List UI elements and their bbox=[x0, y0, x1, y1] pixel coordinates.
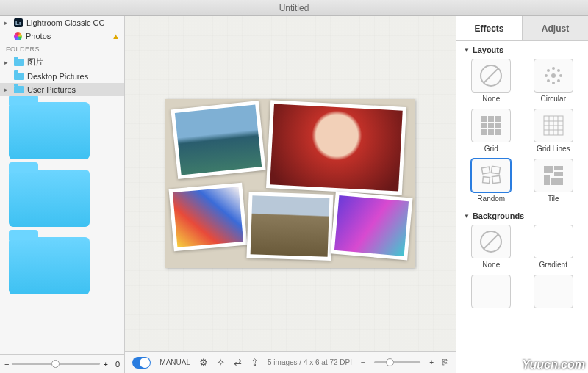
collage-photo[interactable] bbox=[246, 192, 333, 261]
layout-option-gridlines[interactable]: Grid Lines bbox=[526, 109, 581, 153]
sidebar-item-label: Photos bbox=[26, 32, 51, 40]
sidebar-item-lightroom[interactable]: ▸ Lr Lightroom Classic CC bbox=[0, 16, 124, 29]
svg-rect-12 bbox=[488, 116, 494, 122]
layout-option-random[interactable]: Random bbox=[464, 159, 519, 203]
sidebar-item-label: User Pictures bbox=[27, 85, 76, 94]
svg-point-9 bbox=[547, 79, 550, 82]
layout-label: None bbox=[482, 95, 500, 103]
canvas[interactable] bbox=[125, 16, 456, 351]
backgrounds-header-label: Backgrounds bbox=[473, 211, 524, 220]
tab-effects[interactable]: Effects bbox=[456, 16, 522, 41]
zoom-value: 0 bbox=[115, 360, 120, 369]
zoom-in-icon[interactable]: + bbox=[429, 358, 434, 366]
gear-icon[interactable]: ⚙︎ bbox=[199, 357, 208, 368]
zoom-out-icon[interactable]: − bbox=[4, 360, 9, 369]
warning-icon: ▲ bbox=[112, 32, 120, 40]
svg-rect-13 bbox=[495, 116, 501, 122]
svg-point-4 bbox=[552, 82, 555, 84]
collage-photo[interactable] bbox=[266, 100, 406, 195]
photos-icon bbox=[14, 32, 22, 40]
folder-large-icon[interactable] bbox=[9, 102, 90, 159]
chevron-right-icon[interactable]: ▸ bbox=[4, 59, 10, 66]
zoom-slider[interactable] bbox=[12, 363, 100, 365]
sidebar-toggle-icon[interactable]: ⎘ bbox=[442, 357, 448, 368]
mode-label: MANUAL bbox=[159, 358, 190, 366]
backgrounds-header[interactable]: ▼ Backgrounds bbox=[464, 211, 581, 220]
background-option-none[interactable]: None bbox=[464, 225, 519, 269]
svg-point-10 bbox=[557, 79, 560, 82]
window-title: Untitled bbox=[279, 3, 309, 13]
layouts-section: ▼ Layouts None Circular Grid bbox=[456, 41, 588, 207]
layout-label: Grid bbox=[484, 145, 498, 153]
chevron-down-icon: ▼ bbox=[464, 213, 470, 220]
sidebar-bottom-bar: − + 0 bbox=[0, 354, 124, 373]
layout-option-grid[interactable]: Grid bbox=[464, 109, 519, 153]
background-label: Gradient bbox=[539, 261, 567, 269]
zoom-slider[interactable] bbox=[374, 361, 420, 363]
svg-rect-29 bbox=[483, 177, 490, 184]
tab-adjust[interactable]: Adjust bbox=[522, 16, 588, 41]
sidebar-sources: ▸ Lr Lightroom Classic CC Photos ▲ bbox=[0, 16, 124, 43]
svg-line-37 bbox=[484, 234, 498, 249]
magic-wand-icon[interactable]: ✧ bbox=[217, 357, 225, 368]
svg-point-5 bbox=[545, 74, 548, 77]
layouts-header-label: Layouts bbox=[473, 46, 503, 54]
chevron-right-icon[interactable]: ▸ bbox=[4, 86, 10, 93]
layout-option-tile[interactable]: Tile bbox=[526, 159, 581, 203]
panel-tabs: Effects Adjust bbox=[456, 16, 588, 41]
circular-icon bbox=[534, 59, 573, 93]
bottom-toolbar: MANUAL ⚙︎ ✧ ⇄ ⇪ 5 images / 4 x 6 at 72 D… bbox=[125, 351, 456, 373]
background-option-extra1[interactable] bbox=[464, 275, 519, 308]
layouts-header[interactable]: ▼ Layouts bbox=[464, 46, 581, 54]
folder-large-icon[interactable] bbox=[9, 237, 90, 294]
sidebar-item-label: Lightroom Classic CC bbox=[26, 18, 104, 27]
svg-rect-11 bbox=[481, 116, 487, 122]
svg-rect-33 bbox=[554, 172, 563, 176]
zoom-in-icon[interactable]: + bbox=[103, 360, 107, 369]
background-option-gradient[interactable]: Gradient bbox=[526, 225, 581, 269]
gradient-icon bbox=[534, 225, 573, 258]
svg-line-1 bbox=[484, 68, 498, 83]
layout-label: Circular bbox=[541, 95, 566, 103]
svg-rect-14 bbox=[481, 123, 487, 128]
sidebar-folders: ▸ 图片 Desktop Pictures ▸ User Pictures bbox=[0, 54, 124, 96]
chevron-down-icon: ▼ bbox=[464, 47, 470, 54]
layout-option-none[interactable]: None bbox=[464, 59, 519, 103]
chevron-right-icon[interactable]: ▸ bbox=[4, 19, 10, 26]
sidebar: ▸ Lr Lightroom Classic CC Photos ▲ FOLDE… bbox=[0, 16, 125, 373]
svg-rect-31 bbox=[544, 166, 553, 173]
none-icon bbox=[471, 59, 511, 93]
background-swatch-icon bbox=[471, 275, 511, 308]
zoom-out-icon[interactable]: − bbox=[361, 358, 365, 366]
collage-photo[interactable] bbox=[330, 192, 412, 261]
svg-rect-19 bbox=[495, 129, 501, 135]
background-swatch-icon bbox=[534, 275, 573, 308]
background-label: None bbox=[482, 261, 500, 269]
status-text: 5 images / 4 x 6 at 72 DPI bbox=[268, 358, 352, 366]
svg-rect-30 bbox=[492, 175, 501, 183]
svg-rect-32 bbox=[554, 166, 563, 170]
random-icon bbox=[471, 159, 511, 192]
export-icon[interactable]: ⇪ bbox=[251, 357, 259, 368]
titlebar[interactable]: Untitled bbox=[0, 0, 588, 16]
folder-large-icon[interactable] bbox=[9, 170, 90, 227]
background-option-extra2[interactable] bbox=[526, 275, 581, 308]
collage-document[interactable] bbox=[165, 99, 415, 268]
sidebar-item-desktop-pictures[interactable]: Desktop Pictures bbox=[0, 70, 124, 83]
window-body: ▸ Lr Lightroom Classic CC Photos ▲ FOLDE… bbox=[0, 16, 588, 373]
svg-rect-28 bbox=[492, 166, 501, 173]
sidebar-item-photos[interactable]: Photos ▲ bbox=[0, 29, 124, 43]
manual-toggle[interactable] bbox=[132, 357, 151, 369]
sidebar-item-user-pictures[interactable]: ▸ User Pictures bbox=[0, 83, 124, 96]
backgrounds-section: ▼ Backgrounds None Gradient bbox=[456, 207, 588, 313]
collage-photo[interactable] bbox=[168, 183, 247, 251]
collage-photo[interactable] bbox=[171, 101, 265, 179]
folders-preview bbox=[0, 96, 124, 354]
layout-option-circular[interactable]: Circular bbox=[526, 59, 581, 103]
gridlines-icon bbox=[534, 109, 573, 142]
sidebar-item-pictures[interactable]: ▸ 图片 bbox=[0, 54, 124, 70]
svg-rect-16 bbox=[495, 123, 501, 128]
layout-label: Random bbox=[477, 195, 505, 203]
grid-icon bbox=[471, 109, 511, 142]
shuffle-icon[interactable]: ⇄ bbox=[234, 357, 242, 368]
